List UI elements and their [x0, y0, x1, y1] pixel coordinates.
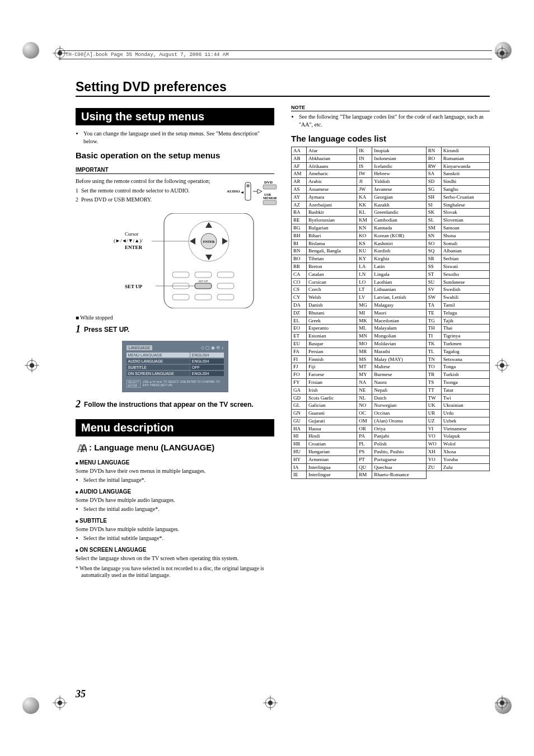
lang-name: Moldavian: [372, 340, 427, 348]
lang-name: Korean (KOR): [372, 232, 427, 240]
page-number: 35: [76, 688, 86, 700]
lang-code: TH: [426, 325, 441, 332]
lang-name: Tagalog: [441, 348, 489, 355]
lang-name: Malayalam: [372, 325, 427, 332]
lang-name: Zulu: [441, 463, 489, 471]
page-title: Setting DVD preferences: [76, 79, 490, 97]
menu-block-desc: Some DVDs have multiple subtitle languag…: [76, 525, 274, 533]
lang-name: Corsican: [307, 278, 357, 286]
menu-block-heading: SUBTITLE: [76, 518, 274, 524]
lang-code: TS: [426, 378, 441, 386]
lang-code: CA: [292, 270, 307, 278]
lang-name: Bashkir: [307, 209, 357, 217]
svg-text:Cursor: Cursor: [125, 231, 139, 237]
svg-point-19: [58, 701, 62, 705]
lang-code: NE: [357, 386, 372, 394]
section-using-setup-menus: Using the setup menus: [76, 108, 274, 125]
lang-name: Maori: [372, 309, 427, 317]
lang-name: Oriya: [372, 425, 427, 433]
table-row: ASAssameseJWJavaneseSGSangho: [292, 185, 490, 193]
subhead-language-codes: The language codes list: [291, 134, 490, 143]
svg-rect-49: [217, 272, 234, 278]
lang-code: BN: [292, 247, 307, 255]
lang-name: Maltese: [372, 363, 427, 371]
table-row: HAHausaOROriyaVIVietnamese: [292, 425, 490, 433]
table-row: COCorsicanLOLaothianSUSundanese: [292, 278, 490, 286]
lang-code: TA: [426, 301, 441, 309]
lang-code: AR: [292, 178, 307, 186]
table-row: GDScots GaelicNLDutchTWTwi: [292, 394, 490, 402]
menu-block-desc: Select the language shown on the TV scre…: [76, 555, 274, 562]
lang-name: Tonga: [441, 363, 489, 371]
registration-dot-icon: [22, 42, 39, 59]
table-row: CSCzechLTLithuanianSVSwedish: [292, 286, 490, 294]
table-row: ETEstonianMNMongolianTITigrinya: [292, 332, 490, 340]
menu-block-heading: MENU LANGUAGE: [76, 459, 274, 466]
lang-code: KS: [357, 240, 372, 247]
footnote: * When the language you have selected is…: [76, 565, 274, 579]
lang-name: Sangho: [441, 185, 489, 193]
lang-code: BH: [292, 232, 307, 240]
lang-name: Burmese: [372, 371, 427, 379]
important-heading: IMPORTANT: [76, 167, 274, 174]
table-row: GLGalicianNONorwegianUKUkrainian: [292, 402, 490, 410]
lang-code: ZU: [426, 463, 441, 471]
menu-block: ON SCREEN LANGUAGESelect the language sh…: [76, 547, 274, 562]
lang-code: TO: [426, 363, 441, 371]
lang-code: SM: [426, 224, 441, 232]
lang-code: AM: [292, 170, 307, 178]
lang-code: TL: [426, 348, 441, 355]
svg-rect-53: [217, 283, 234, 289]
language-codes-table: AAAfarIKInupiakRNKirundiABAbkhazianINInd…: [291, 147, 490, 479]
step-2-number: 2: [76, 399, 81, 409]
lang-code: VO: [426, 433, 441, 440]
lang-name: Pashto, Pushto: [372, 448, 427, 456]
lang-code: KA: [357, 193, 372, 201]
lang-name: Kashmiri: [372, 240, 427, 247]
lang-name: Portuguese: [372, 456, 427, 463]
svg-rect-56: [217, 294, 234, 300]
lang-code: MT: [357, 363, 372, 371]
svg-point-15: [500, 363, 504, 368]
lang-code: PL: [357, 440, 372, 448]
lang-name: Albanian: [441, 247, 489, 255]
lang-code: UZ: [426, 417, 441, 425]
intro-text: You can change the language used in the …: [83, 130, 274, 145]
lang-code: PT: [357, 456, 372, 463]
svg-rect-37: [263, 200, 277, 205]
lang-code: FI: [292, 355, 307, 363]
lang-code: FO: [292, 371, 307, 379]
lang-name: Yiddish: [372, 178, 427, 186]
menu-block-heading: AUDIO LANGUAGE: [76, 489, 274, 495]
lang-code: TE: [426, 309, 441, 317]
file-path-header: TH-C90[A].book Page 35 Monday, August 7,…: [59, 50, 492, 59]
lang-code: LT: [357, 286, 372, 294]
table-row: AZAzerbaijaniKKKazakhSISinghalese: [292, 201, 490, 209]
lang-name: Finnish: [307, 355, 357, 363]
lang-name: Nepali: [372, 386, 427, 394]
crop-target-icon: [263, 696, 278, 710]
lang-name: Tigrinya: [441, 332, 489, 340]
lang-name: Norwegian: [372, 402, 427, 410]
table-row: IAInterlinguaQUQuechuaZUZulu: [292, 463, 490, 471]
lang-code: MY: [357, 371, 372, 379]
lang-name: Icelandic: [372, 162, 427, 170]
lang-name: Tamil: [441, 301, 489, 309]
lang-code: HY: [292, 456, 307, 463]
lang-code: KN: [357, 224, 372, 232]
lang-name: Sanskrit: [441, 170, 489, 178]
svg-text:MEMORY: MEMORY: [263, 196, 277, 200]
table-row: BIBislamaKSKashmiriSOSomali: [292, 240, 490, 247]
lang-code: JI: [357, 178, 372, 186]
lang-code: OM: [357, 417, 372, 425]
lang-name: Croatian: [307, 440, 357, 448]
lang-name: Kazakh: [372, 201, 427, 209]
lang-name: Tatar: [441, 386, 489, 394]
lang-name: Hausa: [307, 425, 357, 433]
svg-marker-32: [257, 189, 262, 194]
lang-name: Irish: [307, 386, 357, 394]
note-text: See the following "The language codes li…: [299, 113, 490, 128]
lang-name: Bhutani: [307, 309, 357, 317]
lang-name: Samoan: [441, 224, 489, 232]
lang-code: MG: [357, 301, 372, 309]
